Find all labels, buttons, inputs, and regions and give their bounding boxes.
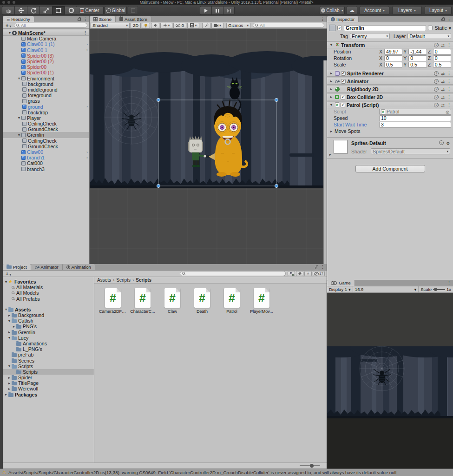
scene-menu-icon[interactable] <box>83 31 87 35</box>
gizmos-dropdown[interactable]: Gizmos <box>226 23 250 28</box>
foldout-icon[interactable] <box>329 79 334 83</box>
breadcrumb-scripts[interactable]: Scripts <box>116 278 131 283</box>
project-item-catfish[interactable]: Catfish <box>3 318 94 324</box>
cloud-button[interactable] <box>347 6 357 15</box>
layers-dropdown[interactable]: Layers <box>392 6 422 15</box>
move-tool-button[interactable] <box>14 6 27 15</box>
space-toggle-button[interactable]: Global <box>105 6 127 15</box>
breadcrumb-scripts-current[interactable]: Scripts <box>136 278 151 283</box>
hierarchy-item-spider00-1[interactable]: Spider00 (1) <box>3 70 89 75</box>
prefab-arrow-icon[interactable]: › <box>86 48 88 52</box>
presets-icon[interactable] <box>441 94 445 100</box>
grid-snap-button[interactable] <box>128 6 138 15</box>
hierarchy-item-ceilingcheck[interactable]: CeilingCheck <box>3 121 89 126</box>
foldout-icon[interactable] <box>7 319 12 323</box>
presets-icon[interactable] <box>441 79 445 84</box>
prefab-arrow-icon[interactable]: › <box>86 42 88 46</box>
file-patrol[interactable]: #Patrol <box>218 288 246 314</box>
hand-tool-button[interactable] <box>2 6 14 15</box>
audio-toggle-button[interactable] <box>151 23 159 28</box>
lock-icon[interactable] <box>315 267 318 269</box>
transform-component-header[interactable]: Transform <box>327 41 453 48</box>
hierarchy-item-groundcheck[interactable]: GroundCheck <box>3 126 89 132</box>
foldout-icon[interactable] <box>17 77 21 80</box>
hierarchy-item-grass[interactable]: grass <box>3 98 89 104</box>
rigidbody-2d-header[interactable]: Rigidbody 2D <box>327 86 453 93</box>
component-menu-icon[interactable] <box>447 79 451 83</box>
scene-search-input[interactable] <box>260 23 322 28</box>
foldout-icon[interactable] <box>4 393 8 396</box>
position-x-field[interactable] <box>384 49 402 55</box>
layer-dropdown[interactable]: Default <box>407 33 451 39</box>
scene-search[interactable] <box>253 23 324 28</box>
status-bar[interactable]: Assets/Scripts/Scripts/CharacterControll… <box>0 469 453 476</box>
scale-tool-button[interactable] <box>39 6 52 15</box>
material-preview-swatch[interactable] <box>334 140 348 154</box>
hierarchy-item-environment[interactable]: Environment <box>3 76 89 81</box>
foldout-icon[interactable] <box>329 87 334 91</box>
foldout-icon[interactable] <box>7 376 12 379</box>
tab-animator[interactable]: Animator <box>31 264 63 270</box>
foldout-icon[interactable] <box>17 116 21 119</box>
layout-dropdown[interactable]: Layout <box>425 6 452 15</box>
search-by-type-button[interactable] <box>288 271 295 276</box>
selection-handle[interactable] <box>157 185 160 188</box>
rotation-z-field[interactable] <box>433 55 451 61</box>
hierarchy-search-input[interactable] <box>21 23 85 28</box>
project-item-scripts-child[interactable]: Scripts <box>3 369 94 375</box>
window-zoom-button[interactable] <box>13 1 15 4</box>
hierarchy-item-player[interactable]: Player <box>3 115 89 121</box>
foldout-icon[interactable] <box>7 336 12 339</box>
thumbnail-size-slider[interactable] <box>300 465 320 466</box>
presets-icon[interactable] <box>441 71 445 76</box>
project-item-pngs[interactable]: PNG's <box>3 324 94 329</box>
tab-inspector[interactable]: iInspector <box>327 16 359 22</box>
grid-dropdown[interactable] <box>187 23 199 28</box>
component-menu-icon[interactable] <box>447 43 451 47</box>
lighting-toggle-button[interactable] <box>142 23 150 28</box>
foldout-icon[interactable] <box>4 280 8 284</box>
add-component-button[interactable]: Add Component <box>355 165 425 172</box>
scene-canvas[interactable] <box>90 29 327 264</box>
draw-mode-dropdown[interactable]: Shaded <box>91 23 130 28</box>
component-menu-icon[interactable] <box>447 95 451 99</box>
help-icon[interactable] <box>439 140 444 145</box>
foldout-icon[interactable] <box>7 387 12 390</box>
help-icon[interactable] <box>434 43 439 47</box>
component-tools-button[interactable] <box>202 23 210 28</box>
hierarchy-item-branch1[interactable]: branch1› <box>3 155 89 160</box>
scale-y-field[interactable] <box>408 62 427 68</box>
breadcrumb-assets[interactable]: Assets <box>97 278 111 283</box>
foldout-icon[interactable] <box>4 308 8 311</box>
project-item-packages[interactable]: Packages <box>3 392 94 397</box>
box-collider-2d-header[interactable]: Box Collider 2D <box>327 93 453 100</box>
hierarchy-item-claw00-1[interactable]: Claw00 1› <box>3 47 89 53</box>
hierarchy-item-middleground[interactable]: middleground <box>3 87 89 93</box>
effects-dropdown[interactable] <box>160 23 172 28</box>
help-icon[interactable] <box>434 71 439 76</box>
project-item-prefab[interactable]: preFab <box>3 352 94 357</box>
gameobject-name-field[interactable] <box>344 25 426 31</box>
presets-icon[interactable] <box>441 86 445 92</box>
tab-project[interactable]: Project <box>3 264 31 270</box>
help-icon[interactable] <box>434 79 439 84</box>
project-item-background[interactable]: Background <box>3 312 94 318</box>
file-camera2dfollow[interactable]: #Camera2DFo... <box>99 288 127 314</box>
pause-button[interactable] <box>211 6 223 15</box>
hierarchy-item-claw00-1-1[interactable]: Claw00 1 (1)› <box>3 41 89 47</box>
hierarchy-item-spider00-2[interactable]: Spider00 (2) <box>3 59 89 64</box>
scale-slider[interactable] <box>433 289 445 290</box>
camera-dropdown[interactable] <box>211 23 223 28</box>
foldout-icon[interactable] <box>7 314 12 317</box>
project-search-input[interactable] <box>187 271 283 276</box>
tab-asset-store[interactable]: Asset Store <box>116 16 151 22</box>
aspect-ratio-dropdown[interactable]: 16:9 <box>353 286 419 292</box>
tag-dropdown[interactable]: Enemy <box>350 33 390 39</box>
window-minimize-button[interactable] <box>7 1 10 4</box>
foldout-icon[interactable] <box>17 133 21 137</box>
project-item-all-prefabs[interactable]: All Prefabs <box>3 296 94 302</box>
project-item-all-materials[interactable]: All Materials <box>3 284 94 290</box>
prefab-arrow-icon[interactable]: › <box>86 156 88 160</box>
sprite-renderer-header[interactable]: Sprite Renderer <box>327 70 453 77</box>
script-object-field[interactable]: #Patrol <box>379 109 451 115</box>
